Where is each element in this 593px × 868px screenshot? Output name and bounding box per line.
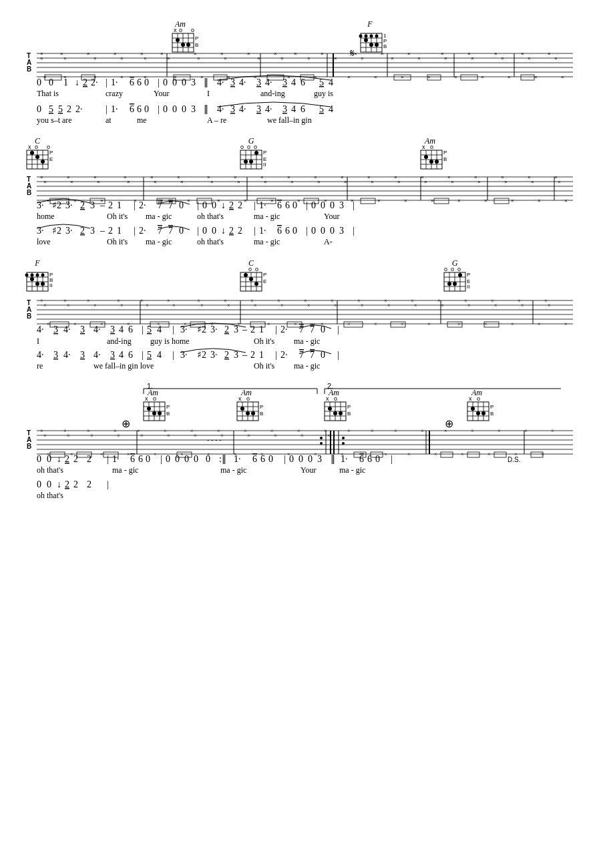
- svg-text:6: 6: [130, 77, 134, 87]
- svg-text:×: ×: [40, 298, 43, 304]
- svg-text:×: ×: [548, 51, 551, 57]
- svg-text:×: ×: [197, 298, 200, 304]
- svg-text:0: 0: [49, 77, 53, 87]
- svg-text:3: 3: [256, 104, 261, 114]
- svg-text:×: ×: [481, 74, 484, 80]
- svg-text:0: 0: [308, 454, 313, 464]
- svg-text:I: I: [37, 337, 39, 346]
- svg-text:×: ×: [391, 55, 394, 61]
- svg-text:×: ×: [504, 179, 508, 185]
- svg-point-197: [30, 151, 34, 155]
- svg-text:×: ×: [93, 55, 97, 61]
- svg-text:5: 5: [319, 77, 324, 87]
- svg-point-231: [435, 160, 439, 164]
- svg-text:|: |: [107, 479, 109, 489]
- svg-text:×: ×: [40, 428, 43, 434]
- svg-text:×: ×: [441, 302, 444, 308]
- svg-text:6: 6: [138, 454, 143, 464]
- svg-text:×: ×: [237, 179, 240, 185]
- svg-text:×: ×: [327, 433, 331, 439]
- svg-text:D.S.: D.S.: [508, 456, 520, 463]
- svg-text:×: ×: [461, 451, 464, 457]
- svg-text:and-ing: and-ing: [260, 89, 285, 98]
- svg-text:o: o: [444, 266, 447, 272]
- svg-text:×: ×: [180, 179, 184, 185]
- svg-text:guy is: guy is: [314, 89, 333, 98]
- svg-text:5: 5: [49, 104, 53, 114]
- svg-text:×: ×: [371, 179, 374, 185]
- svg-text:×: ×: [314, 451, 317, 457]
- svg-text:×: ×: [63, 55, 67, 61]
- svg-text:o: o: [248, 266, 252, 272]
- svg-text:we fall–in gin: we fall–in gin: [267, 116, 312, 125]
- svg-text:×: ×: [247, 433, 250, 439]
- svg-text:P: P: [490, 404, 493, 410]
- svg-text:|: |: [142, 324, 144, 335]
- svg-text:×: ×: [164, 428, 167, 434]
- svg-text:×: ×: [508, 74, 511, 80]
- svg-text:0: 0: [47, 454, 51, 464]
- svg-text:×: ×: [381, 51, 384, 57]
- svg-text:0: 0: [321, 226, 325, 236]
- svg-text:×: ×: [528, 55, 531, 61]
- svg-text:6: 6: [301, 104, 305, 114]
- svg-text:×: ×: [140, 298, 144, 304]
- svg-text:you  s–t are: you s–t are: [37, 116, 72, 125]
- svg-text:×: ×: [511, 321, 514, 327]
- svg-text:0: 0: [212, 200, 216, 210]
- svg-text:ma - gic: ma - gic: [254, 212, 280, 221]
- svg-text:0: 0: [330, 226, 335, 236]
- svg-text:3: 3: [234, 324, 238, 335]
- svg-text:×: ×: [361, 302, 364, 308]
- svg-text:o: o: [179, 27, 182, 33]
- svg-point-725: [342, 437, 345, 439]
- svg-text:×: ×: [374, 74, 377, 80]
- svg-text:0: 0: [311, 200, 316, 210]
- svg-text:at: at: [106, 116, 112, 125]
- svg-text:A-: A-: [324, 237, 333, 246]
- svg-text:×: ×: [357, 298, 361, 304]
- svg-text:4: 4: [291, 104, 296, 114]
- svg-point-402: [30, 277, 34, 281]
- svg-text:0: 0: [37, 77, 41, 87]
- svg-text:4·: 4·: [265, 104, 272, 114]
- svg-text:1·: 1·: [112, 454, 120, 464]
- svg-text:×: ×: [274, 433, 277, 439]
- svg-text:|: |: [158, 104, 160, 114]
- svg-text:0: 0: [163, 104, 168, 114]
- svg-text:2: 2: [65, 479, 69, 489]
- svg-text:×: ×: [307, 302, 311, 308]
- svg-text:ma - gic: ma - gic: [146, 237, 172, 246]
- svg-text:×: ×: [210, 179, 214, 185]
- svg-text:4·: 4·: [217, 104, 224, 114]
- svg-text:4: 4: [291, 77, 296, 87]
- svg-text:×: ×: [70, 451, 73, 457]
- svg-text:4: 4: [329, 104, 333, 114]
- svg-text:B: B: [260, 411, 263, 417]
- svg-text:0: 0: [299, 454, 303, 464]
- svg-text:×: ×: [494, 51, 498, 57]
- svg-point-25: [359, 35, 363, 38]
- svg-text:×: ×: [137, 428, 140, 434]
- svg-text:0: 0: [144, 77, 149, 87]
- svg-text:3·: 3·: [210, 350, 218, 360]
- svg-point-420: [254, 282, 258, 286]
- svg-text:6: 6: [128, 324, 133, 335]
- svg-text:×: ×: [217, 428, 220, 434]
- svg-point-726: [342, 442, 345, 445]
- svg-text:2·: 2·: [91, 77, 98, 87]
- svg-text:x: x: [145, 395, 148, 402]
- svg-text:↓: ↓: [57, 454, 61, 464]
- svg-text:2: 2: [83, 77, 87, 87]
- svg-text:5: 5: [147, 324, 152, 335]
- svg-text:|: |: [391, 454, 393, 464]
- svg-text:×: ×: [117, 433, 120, 439]
- svg-text:1·: 1·: [259, 226, 266, 236]
- svg-text:|: |: [337, 324, 339, 335]
- svg-text:3·: 3·: [65, 226, 73, 236]
- svg-text:0: 0: [268, 454, 273, 464]
- svg-text:×: ×: [154, 451, 157, 457]
- svg-text:0: 0: [47, 479, 51, 489]
- svg-text:ma - gic: ma - gic: [146, 212, 172, 221]
- svg-text:↓: ↓: [75, 77, 79, 87]
